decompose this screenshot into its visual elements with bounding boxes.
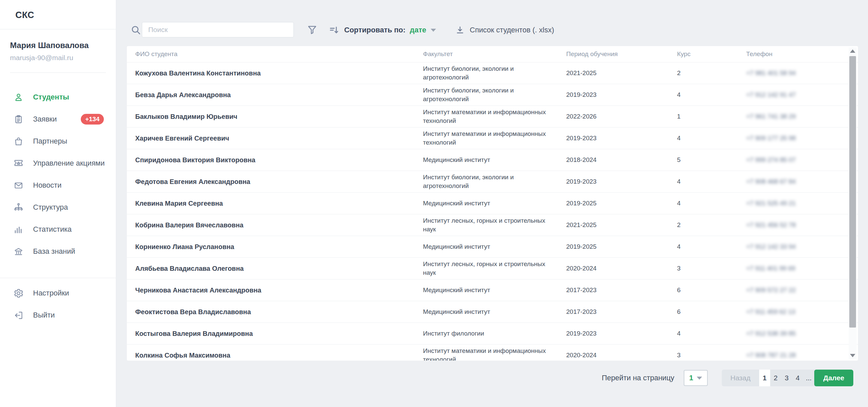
- sort-icon[interactable]: [329, 24, 340, 36]
- table-row[interactable]: Феоктистова Вера ВладиславовнаМедицински…: [127, 301, 858, 322]
- student-faculty: Институт математики и информационных тех…: [423, 347, 566, 361]
- search-icon[interactable]: [130, 24, 142, 36]
- table-row[interactable]: Кобрина Валерия ВячеславовнаИнститут лес…: [127, 214, 858, 236]
- student-name: Бевза Дарья Александровна: [135, 91, 423, 99]
- student-period: 2019-2023: [566, 177, 677, 186]
- student-phone: +7 911 401 99 69: [746, 264, 858, 273]
- student-faculty: Медицинский институт: [423, 286, 566, 294]
- filter-icon[interactable]: [307, 24, 318, 35]
- table-row[interactable]: Федотова Евгения АлександровнаИнститут б…: [127, 170, 858, 192]
- column-header-course: Курс: [677, 50, 746, 58]
- sidebar-item-label: Структура: [33, 203, 68, 212]
- back-button[interactable]: Назад: [722, 370, 759, 386]
- column-header-period: Период обучения: [566, 50, 677, 58]
- student-phone: +7 908 787 21 28: [746, 351, 858, 359]
- student-name: Кожухова Валентина Константиновна: [135, 69, 423, 77]
- sidebar: СКС Мария Шаповалова marusja-90@mail.ru …: [0, 0, 116, 407]
- student-period: 2019-2023: [566, 134, 677, 143]
- table-row[interactable]: Черникова Анастасия АлександровнаМедицин…: [127, 279, 858, 301]
- student-name: Кобрина Валерия Вячеславовна: [135, 221, 423, 229]
- student-period: 2020-2024: [566, 264, 677, 273]
- user-email: marusja-90@mail.ru: [10, 54, 106, 62]
- table-row[interactable]: Баклыков Владимир ЮрьевичИнститут матема…: [127, 105, 858, 127]
- sidebar-item-label: Выйти: [33, 311, 55, 319]
- column-header-faculty: Факультет: [423, 50, 566, 58]
- student-course: 4: [677, 242, 746, 251]
- student-phone: +7 911 459 62 13: [746, 308, 858, 316]
- student-course: 5: [677, 156, 746, 164]
- sidebar-item-students[interactable]: Студенты: [0, 86, 116, 108]
- sidebar-item-label: Заявки: [33, 115, 57, 124]
- sidebar-item-knowledge-base[interactable]: База знаний: [0, 241, 116, 262]
- page-button-4[interactable]: 4: [792, 370, 803, 386]
- table-row[interactable]: Алябьева Владислава ОлеговнаИнститут лес…: [127, 257, 858, 279]
- table-scrollbar[interactable]: [849, 48, 857, 359]
- sidebar-item-label: Новости: [33, 181, 61, 190]
- pager: Назад 1234... Далее: [722, 370, 853, 386]
- sidebar-footer-menu: НастройкиВыйти: [0, 282, 116, 326]
- table-row[interactable]: Костыгова Валерия ВладимировнаИнститут ф…: [127, 322, 858, 344]
- student-faculty: Медицинский институт: [423, 199, 566, 208]
- students-table-card: ФИО студента Факультет Период обучения К…: [127, 46, 858, 361]
- scroll-down-icon[interactable]: [850, 354, 855, 357]
- sidebar-item-news[interactable]: Новости: [0, 174, 116, 196]
- table-body: Кожухова Валентина КонстантиновнаИнститу…: [127, 62, 858, 361]
- student-name: Клевина Мария Сергеевна: [135, 199, 423, 208]
- student-period: 2018-2024: [566, 156, 677, 164]
- page-button-1[interactable]: 1: [759, 370, 770, 386]
- sidebar-item-requests[interactable]: Заявки+134: [0, 108, 116, 130]
- table-row[interactable]: Бевза Дарья АлександровнаИнститут биолог…: [127, 84, 858, 105]
- divider: [10, 72, 106, 73]
- sidebar-item-label: Управление акциями: [33, 159, 105, 167]
- page-button-2[interactable]: 2: [770, 370, 781, 386]
- student-name: Колкина Софья Максимовна: [135, 351, 423, 359]
- student-phone: +7 912 142 91 47: [746, 91, 858, 99]
- student-name: Спиридонова Виктория Викторовна: [135, 156, 423, 164]
- student-course: 4: [677, 199, 746, 208]
- sort-label: Сортировать по:: [344, 26, 406, 34]
- sidebar-item-promotions[interactable]: Управление акциями: [0, 152, 116, 174]
- chevron-down-icon[interactable]: [431, 29, 436, 32]
- page-select[interactable]: 1: [684, 370, 708, 386]
- student-name: Баклыков Владимир Юрьевич: [135, 112, 423, 121]
- sort-value[interactable]: дате: [410, 26, 426, 34]
- table-row[interactable]: Корниенко Лиана РуслановнаМедицинский ин…: [127, 236, 858, 257]
- table-row[interactable]: Харичев Евгений СергеевичИнститут матема…: [127, 127, 858, 149]
- sidebar-item-label: Статистика: [33, 225, 72, 234]
- export-students-link[interactable]: Список студентов (. xlsx): [455, 20, 554, 40]
- clipboard-icon: [13, 114, 24, 125]
- student-course: 2: [677, 69, 746, 77]
- search-input[interactable]: [142, 22, 294, 37]
- student-period: 2017-2023: [566, 286, 677, 294]
- app-logo: СКС: [0, 0, 116, 20]
- page-button-3[interactable]: 3: [781, 370, 792, 386]
- sidebar-item-settings[interactable]: Настройки: [0, 282, 116, 304]
- divider: [0, 278, 116, 278]
- scroll-up-icon[interactable]: [850, 50, 855, 53]
- sidebar-item-label: Партнеры: [33, 137, 67, 146]
- page-ellipsis: ...: [803, 370, 814, 386]
- table-header-row: ФИО студента Факультет Период обучения К…: [127, 46, 858, 62]
- sidebar-item-partners[interactable]: Партнеры: [0, 130, 116, 152]
- sidebar-item-logout[interactable]: Выйти: [0, 304, 116, 326]
- bank-icon: [13, 246, 24, 257]
- student-phone: +7 912 142 33 94: [746, 242, 858, 251]
- table-row[interactable]: Клевина Мария СергеевнаМедицинский инсти…: [127, 192, 858, 214]
- table-row[interactable]: Колкина Софья МаксимовнаИнститут математ…: [127, 344, 858, 361]
- sidebar-item-statistics[interactable]: Статистика: [0, 218, 116, 241]
- student-name: Костыгова Валерия Владимировна: [135, 329, 423, 338]
- hierarchy-icon: [13, 202, 24, 213]
- student-course: 4: [677, 177, 746, 186]
- student-name: Корниенко Лиана Руслановна: [135, 242, 423, 251]
- sidebar-item-structure[interactable]: Структура: [0, 196, 116, 218]
- pagination: Перейти на страницу 1 Назад 1234... Дале…: [601, 369, 853, 387]
- toolbar: Сортировать по: дате Список студентов (.…: [116, 0, 868, 46]
- table-row[interactable]: Кожухова Валентина КонстантиновнаИнститу…: [127, 62, 858, 84]
- scrollbar-thumb[interactable]: [849, 56, 856, 327]
- next-button[interactable]: Далее: [814, 370, 853, 386]
- logout-icon: [13, 310, 24, 320]
- student-period: 2022-2026: [566, 112, 677, 121]
- user-name: Мария Шаповалова: [10, 41, 106, 50]
- student-phone: +7 909 572 27 22: [746, 286, 858, 294]
- table-row[interactable]: Спиридонова Виктория ВикторовнаМедицинск…: [127, 149, 858, 170]
